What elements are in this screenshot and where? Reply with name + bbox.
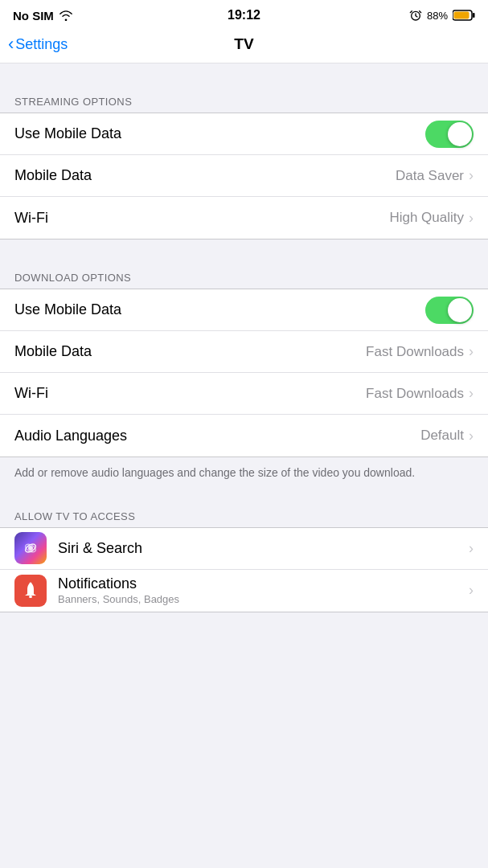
download-audio-languages-value: Default (420, 428, 464, 444)
svg-rect-2 (473, 13, 475, 18)
notifications-left: Notifications Banners, Sounds, Badges (14, 575, 467, 607)
streaming-mobile-data-label: Mobile Data (14, 167, 92, 184)
download-wifi-value: Fast Downloads (366, 386, 464, 402)
spacer-streaming (0, 63, 488, 80)
streaming-mobile-data-right: Data Saver › (396, 167, 474, 184)
siri-search-left: Siri & Search (14, 532, 467, 564)
status-time: 19:12 (228, 8, 260, 23)
notifications-row[interactable]: Notifications Banners, Sounds, Badges › (0, 570, 488, 612)
download-wifi-label: Wi-Fi (14, 385, 48, 402)
streaming-use-mobile-data-toggle[interactable] (425, 121, 474, 148)
status-right: 88% (409, 9, 475, 22)
streaming-options-group: Use Mobile Data Mobile Data Data Saver ›… (0, 113, 488, 240)
download-footer-note: Add or remove audio languages and change… (0, 457, 488, 494)
download-options-group: Use Mobile Data Mobile Data Fast Downloa… (0, 289, 488, 457)
back-label: Settings (15, 36, 68, 53)
svg-point-6 (28, 546, 33, 551)
download-mobile-data-value: Fast Downloads (366, 344, 464, 360)
download-mobile-data-right: Fast Downloads › (366, 343, 474, 360)
bell-icon (21, 581, 40, 600)
download-wifi-right: Fast Downloads › (366, 385, 474, 402)
alarm-icon (409, 9, 422, 22)
svg-point-8 (30, 582, 32, 584)
download-audio-languages-label: Audio Languages (14, 428, 127, 444)
streaming-use-mobile-data-label: Use Mobile Data (14, 125, 121, 142)
battery-icon (453, 10, 475, 21)
streaming-wifi-right: High Quality › (389, 210, 474, 227)
download-use-mobile-data-left: Use Mobile Data (14, 301, 425, 318)
nav-bar: ‹ Settings TV (0, 29, 488, 63)
streaming-wifi-left: Wi-Fi (14, 210, 389, 227)
streaming-use-mobile-data-row[interactable]: Use Mobile Data (0, 113, 488, 155)
notifications-chevron-icon: › (469, 582, 474, 599)
streaming-wifi-label: Wi-Fi (14, 210, 48, 227)
siri-search-row[interactable]: Siri & Search › (0, 528, 488, 570)
notifications-label: Notifications (58, 575, 179, 592)
battery-label: 88% (427, 10, 448, 22)
download-mobile-data-chevron-icon: › (469, 343, 474, 360)
siri-app-icon (14, 532, 47, 564)
back-chevron-icon: ‹ (8, 34, 14, 55)
notifications-label-group: Notifications Banners, Sounds, Badges (58, 575, 179, 605)
download-wifi-left: Wi-Fi (14, 385, 366, 402)
status-left: No SIM (13, 9, 73, 23)
streaming-mobile-data-value: Data Saver (396, 168, 464, 184)
download-use-mobile-data-toggle[interactable] (425, 297, 474, 324)
access-section-header: ALLOW TV TO ACCESS (0, 494, 488, 527)
download-audio-languages-right: Default › (420, 428, 474, 444)
streaming-mobile-data-row[interactable]: Mobile Data Data Saver › (0, 155, 488, 197)
toggle-knob (448, 122, 472, 146)
back-button[interactable]: ‹ Settings (8, 35, 68, 55)
download-wifi-chevron-icon: › (469, 385, 474, 402)
streaming-wifi-chevron-icon: › (469, 210, 474, 227)
download-mobile-data-row[interactable]: Mobile Data Fast Downloads › (0, 331, 488, 373)
siri-search-right: › (467, 540, 474, 557)
download-mobile-data-left: Mobile Data (14, 343, 366, 360)
download-section-header: DOWNLOAD OPTIONS (0, 256, 488, 289)
download-audio-languages-left: Audio Languages (14, 428, 420, 444)
siri-search-label: Siri & Search (58, 540, 142, 557)
download-mobile-data-label: Mobile Data (14, 343, 92, 360)
access-options-group: Siri & Search › Notifications Banners, S… (0, 527, 488, 612)
svg-rect-7 (29, 596, 32, 598)
streaming-wifi-row[interactable]: Wi-Fi High Quality › (0, 197, 488, 239)
svg-rect-3 (454, 12, 470, 19)
status-bar: No SIM 19:12 88% (0, 0, 488, 29)
carrier-label: No SIM (13, 9, 54, 23)
download-use-mobile-data-label: Use Mobile Data (14, 301, 121, 318)
siri-icon (20, 538, 41, 559)
streaming-mobile-data-left: Mobile Data (14, 167, 396, 184)
siri-search-chevron-icon: › (469, 540, 474, 557)
download-wifi-row[interactable]: Wi-Fi Fast Downloads › (0, 373, 488, 415)
wifi-icon (59, 10, 73, 21)
download-use-mobile-data-row[interactable]: Use Mobile Data (0, 289, 488, 331)
streaming-section-header: STREAMING OPTIONS (0, 80, 488, 113)
streaming-mobile-data-chevron-icon: › (469, 167, 474, 184)
streaming-use-mobile-data-left: Use Mobile Data (14, 125, 425, 142)
download-audio-languages-chevron-icon: › (469, 428, 474, 444)
download-audio-languages-row[interactable]: Audio Languages Default › (0, 415, 488, 457)
notifications-app-icon (14, 575, 47, 607)
notifications-sublabel: Banners, Sounds, Badges (58, 593, 179, 605)
download-toggle-knob (448, 298, 472, 322)
page-title: TV (234, 35, 253, 53)
spacer-download (0, 240, 488, 256)
notifications-right: › (467, 582, 474, 599)
streaming-wifi-value: High Quality (389, 210, 464, 226)
